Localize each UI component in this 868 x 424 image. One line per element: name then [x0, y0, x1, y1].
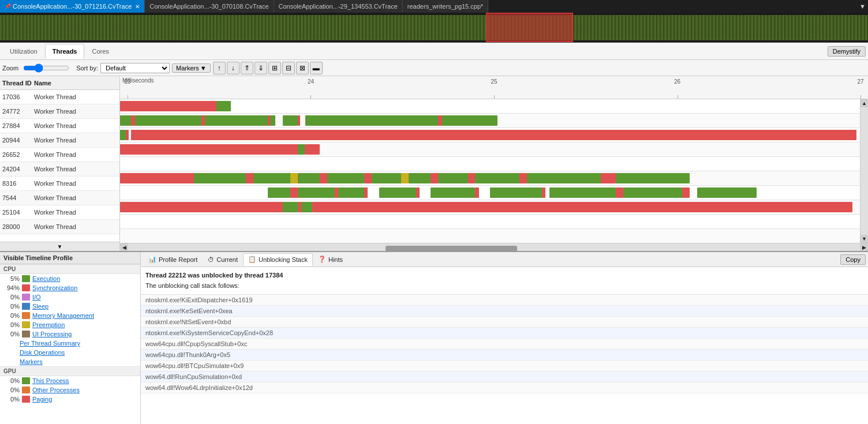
tab-cvtrace-3[interactable]: ConsoleApplication...-29_134553.CvTrace — [274, 0, 403, 13]
bar-green — [305, 115, 497, 126]
tab-cvtrace-1[interactable]: 📌 ConsoleApplication...-30_071216.CvTrac… — [0, 0, 145, 13]
tab-utilization[interactable]: Utilization — [2, 44, 45, 59]
bottom-tab-label: Profile Report — [159, 256, 197, 263]
per-thread-summary-link[interactable]: Per Thread Summary — [0, 339, 140, 348]
timeline-row-3[interactable] — [120, 142, 860, 157]
bar-red — [416, 187, 420, 198]
profile-label[interactable]: Execution — [32, 275, 60, 282]
zoom-slider[interactable] — [23, 63, 69, 73]
unblock-header: Thread 22212 was unblocked by thread 173… — [141, 267, 868, 295]
bottom-panel: Visible Timeline Profile CPU 5%Execution… — [0, 251, 868, 424]
sort-bottom-icon[interactable]: ⇓ — [255, 62, 267, 74]
stack-item[interactable]: wow64.dll!RunCpuSimulation+0xd — [141, 372, 868, 382]
stack-item[interactable]: ntoskrnl.exe!KiSystemServiceCopyEnd+0x28 — [141, 328, 868, 339]
bar-green — [194, 173, 253, 183]
disk-operations-link[interactable]: Disk Operations — [0, 348, 140, 357]
profile-label[interactable]: Sleep — [32, 303, 48, 310]
bottom-tab-bar: 📊Profile Report⏱Current📋Unblocking Stack… — [141, 252, 868, 267]
cpu-section-label: CPU — [0, 264, 140, 274]
cpu-profile-row: 0%Sleep — [0, 302, 140, 311]
timeline-row-0[interactable] — [120, 99, 860, 114]
group-icon-3[interactable]: ⊠ — [296, 62, 309, 74]
minimap-selection[interactable] — [486, 13, 573, 42]
profile-label[interactable]: Paging — [32, 396, 52, 403]
timeline-row-8[interactable] — [120, 215, 860, 229]
vscroll-up-arrow[interactable]: ▲ — [860, 99, 868, 107]
bottom-tab-hints[interactable]: ❓Hints — [313, 253, 348, 266]
thread-row[interactable]: 20944Worker Thread — [0, 133, 119, 148]
stack-item[interactable]: wow64cpu.dll!Thunk0Arg+0x5 — [141, 350, 868, 361]
profile-label[interactable]: Preemption — [32, 321, 65, 328]
vscroll-down-arrow[interactable]: ▼ — [860, 235, 868, 243]
copy-button[interactable]: Copy — [840, 254, 866, 265]
hscroll-right-arrow[interactable]: ▶ — [860, 243, 868, 252]
chevron-down-icon[interactable]: ▼ — [859, 3, 866, 10]
timeline-row-6[interactable] — [120, 186, 860, 200]
scroll-down-arrow[interactable]: ▼ — [0, 242, 119, 251]
profile-label[interactable]: This Process — [32, 377, 69, 384]
tab-cvtrace-2[interactable]: ConsoleApplication...-30_070108.CvTrace — [145, 0, 274, 13]
close-tab-1-icon[interactable]: ✕ — [135, 3, 140, 10]
thread-row[interactable]: 27884Worker Thread — [0, 119, 119, 133]
hscroll-left-arrow[interactable]: ◀ — [120, 243, 128, 252]
sort-asc-icon[interactable]: ↑ — [213, 62, 226, 74]
timeline-row-4[interactable] — [120, 157, 860, 171]
bar-green — [216, 101, 231, 111]
bar-red — [542, 187, 545, 198]
timeline-row-2[interactable] — [120, 128, 860, 142]
thread-id-cell: 25104 — [2, 209, 34, 216]
stack-item[interactable]: ntoskrnl.exe!KeSetEvent+0xea — [141, 306, 868, 317]
col-thread-name: Name — [34, 80, 117, 87]
tab-cores[interactable]: Cores — [84, 44, 116, 59]
group-icon-1[interactable]: ⊞ — [268, 62, 281, 74]
thread-row[interactable]: 8316Worker Thread — [0, 177, 119, 191]
stack-item[interactable]: wow64.dll!Wow64LdrpInitialize+0x12d — [141, 382, 868, 393]
timeline-icon[interactable]: ▬ — [310, 62, 323, 74]
timeline-row-9[interactable] — [120, 229, 860, 243]
ruler-tick-line-24 — [310, 95, 311, 99]
hscroll[interactable]: ◀ ▶ — [120, 243, 868, 251]
profile-pct: 94% — [3, 284, 20, 291]
tab-cpp[interactable]: readers_writers_pg15.cpp* — [403, 0, 488, 13]
timeline-row-5[interactable] — [120, 171, 860, 186]
thread-row[interactable]: 24772Worker Thread — [0, 104, 119, 119]
profile-label[interactable]: Other Processes — [32, 387, 80, 393]
bar-green — [438, 173, 467, 183]
gpu-profile-row: 0%Paging — [0, 395, 140, 404]
stack-item[interactable]: wow64cpu.dll!CpupSyscallStub+0xc — [141, 339, 868, 350]
timeline-row-1[interactable] — [120, 114, 860, 128]
minimap[interactable] — [0, 13, 868, 43]
bar-red — [201, 115, 205, 126]
sort-top-icon[interactable]: ⇑ — [241, 62, 253, 74]
thread-row[interactable]: 17036Worker Thread — [0, 90, 119, 104]
demystify-button[interactable]: Demystify — [828, 46, 866, 57]
stack-item[interactable]: ntoskrnl.exe!NtSetEvent+0xbd — [141, 317, 868, 328]
toolbar-icon-group: ↑ ↓ ⇑ ⇓ ⊞ ⊟ ⊠ ▬ — [213, 62, 323, 74]
vscroll[interactable]: ▲ ▼ — [860, 99, 868, 243]
markers-button[interactable]: Markers ▼ — [172, 63, 211, 73]
timeline-row-7[interactable] — [120, 200, 860, 215]
thread-row[interactable]: 25104Worker Thread — [0, 205, 119, 220]
profile-label[interactable]: I/O — [32, 294, 41, 301]
markers-link[interactable]: Markers — [0, 357, 140, 366]
sortby-select[interactable]: Default Thread ID Name Duration — [100, 63, 170, 73]
thread-rows[interactable]: 17036Worker Thread24772Worker Thread2788… — [0, 90, 119, 242]
tab-threads[interactable]: Threads — [45, 44, 85, 59]
thread-row[interactable]: 28000Worker Thread — [0, 220, 119, 234]
profile-label[interactable]: Synchronization — [32, 284, 77, 291]
thread-row[interactable]: 26652Worker Thread — [0, 148, 119, 162]
stack-item[interactable]: wow64cpu.dll!BTCpuSimulate+0x9 — [141, 361, 868, 372]
bar-red — [431, 173, 438, 183]
thread-row[interactable]: 7544Worker Thread — [0, 191, 119, 205]
bottom-tab-profile-report[interactable]: 📊Profile Report — [143, 253, 203, 266]
stack-item[interactable]: ntoskrnl.exe!KiExitDispatcher+0x1619 — [141, 295, 868, 306]
group-icon-2[interactable]: ⊟ — [282, 62, 295, 74]
profile-label[interactable]: UI Processing — [32, 331, 72, 337]
sort-desc-icon[interactable]: ↓ — [227, 62, 240, 74]
bottom-tab-unblocking-stack[interactable]: 📋Unblocking Stack — [243, 253, 313, 266]
timeline-rows[interactable] — [120, 99, 860, 243]
bottom-tab-current[interactable]: ⏱Current — [203, 253, 243, 266]
hscroll-thumb[interactable] — [386, 246, 517, 252]
thread-row[interactable]: 24204Worker Thread — [0, 162, 119, 177]
profile-label[interactable]: Memory Management — [32, 312, 94, 319]
